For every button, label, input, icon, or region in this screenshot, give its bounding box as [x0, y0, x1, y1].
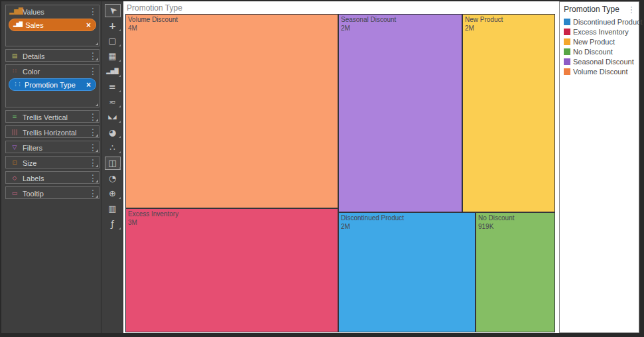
legend-item-label: No Discount [573, 48, 613, 56]
image-fx-icon: ƒ [111, 220, 114, 228]
tile-seasonal-discount[interactable]: Seasonal Discount2M [338, 14, 462, 212]
kebab-menu-icon[interactable]: ⋮ [89, 6, 97, 17]
tool-point-select[interactable]: + [101, 18, 123, 33]
section-trellis-horizontal[interactable]: |||Trellis Horizontal⋮ [5, 125, 99, 138]
legend-item-label: New Product [573, 38, 615, 46]
tool-scatter-chart[interactable]: ∴ [101, 140, 123, 155]
scatter-chart-icon: ∴ [109, 143, 115, 152]
chart-canvas: Promotion Type Volume Discount4MSeasonal… [123, 1, 559, 333]
close-icon[interactable]: × [86, 81, 91, 89]
tool-line-chart[interactable]: ≈ [101, 94, 123, 109]
section-values[interactable]: ▂▆█Values⋮▂▆█Sales× [5, 5, 99, 46]
tile-label: Seasonal Discount [341, 15, 462, 24]
size-icon: ⊡ [9, 160, 20, 166]
tile-label: Excess Inventory [128, 210, 338, 218]
legend-swatch [564, 29, 570, 35]
tool-grid[interactable]: ▦ [101, 48, 123, 64]
grid-icon: ▦ [108, 52, 116, 60]
point-select-icon: + [109, 21, 117, 31]
legend-item-label: Volume Discount [573, 68, 628, 76]
tool-pivot-grid[interactable]: ▥ [101, 201, 123, 216]
tile-new-product[interactable]: New Product2M [462, 14, 555, 212]
kebab-menu-icon[interactable]: ⋮ [89, 172, 97, 183]
trellis-vertical-icon: ≡ [9, 114, 20, 120]
legend-item[interactable]: Volume Discount [560, 66, 639, 76]
kebab-menu-icon[interactable]: ⋮ [89, 66, 97, 76]
section-labels[interactable]: ◇Labels⋮ [5, 171, 99, 184]
section-header: ▤Details⋮ [6, 50, 99, 62]
legend-swatch [564, 38, 570, 45]
kebab-menu-icon[interactable]: ⋮ [89, 127, 97, 137]
section-trellis-vertical[interactable]: ≡Trellis Vertical⋮ [5, 110, 99, 123]
legend-item[interactable]: Seasonal Discount [560, 56, 639, 66]
tool-gauge[interactable]: ◔ [101, 170, 123, 186]
section-color[interactable]: ∷Color⋮⋮⋮Promotion Type× [5, 64, 99, 107]
tile-discontinued-product[interactable]: Discontinued Product2M [338, 212, 476, 332]
marquee-select-icon: ▢ [108, 36, 116, 45]
kebab-menu-icon[interactable]: ⋮ [89, 111, 97, 122]
map-icon: ⊕ [109, 189, 116, 198]
app-window: ▂▆█Values⋮▂▆█Sales×▤Details⋮∷Color⋮⋮⋮Pro… [0, 0, 644, 337]
filter-funnel-icon: ▽ [9, 145, 20, 151]
legend-item-label: Discontinued Product [573, 18, 643, 26]
column-chart-icon: ▂▅█ [106, 69, 118, 74]
line-chart-icon: ≈ [109, 98, 116, 106]
section-label: Values [23, 8, 89, 16]
legend-items: Discontinued ProductExcess InventoryNew … [560, 17, 639, 76]
tool-area-chart[interactable]: ◣◢ [101, 109, 123, 125]
section-header: |||Trellis Horizontal⋮ [6, 126, 99, 138]
legend-item-label: Excess Inventory [573, 28, 629, 36]
legend-item[interactable]: No Discount [560, 46, 639, 56]
tile-label: Discontinued Product [341, 214, 475, 222]
section-filters[interactable]: ▽Filters⋮ [5, 141, 99, 153]
tool-marquee-select[interactable]: ▢ [101, 33, 123, 48]
tool-image-fx[interactable]: ƒ [101, 216, 123, 232]
kebab-menu-icon[interactable]: ⋮ [89, 50, 97, 61]
section-size[interactable]: ⊡Size⋮ [5, 156, 99, 168]
values-bars-icon: ▂▆█ [9, 9, 20, 15]
section-label: Filters [23, 144, 89, 152]
section-label: Trellis Vertical [23, 113, 89, 121]
tile-volume-discount[interactable]: Volume Discount4M [125, 14, 338, 208]
legend-panel: Promotion Type ⋮ Discontinued ProductExc… [559, 1, 639, 333]
field-chip[interactable]: ▂▆█Sales× [9, 19, 96, 31]
legend-item[interactable]: New Product [560, 36, 639, 46]
tile-excess-inventory[interactable]: Excess Inventory3M [125, 208, 338, 332]
tile-value: 2M [341, 24, 462, 33]
legend-item[interactable]: Discontinued Product [560, 17, 639, 27]
tool-treemap[interactable]: ◫ [101, 155, 123, 170]
drag-handle-icon: ⋮⋮ [13, 82, 21, 87]
pointer-icon: ➤ [106, 4, 118, 16]
kebab-menu-icon[interactable]: ⋮ [89, 157, 97, 168]
field-chip[interactable]: ⋮⋮Promotion Type× [9, 78, 96, 91]
tile-no-discount[interactable]: No Discount919K [476, 212, 555, 332]
section-label: Labels [23, 174, 89, 182]
section-tooltip[interactable]: ▭Tooltip⋮ [5, 186, 99, 199]
section-label: Color [23, 68, 89, 76]
tool-pointer[interactable]: ➤ [101, 3, 123, 18]
tool-column-chart[interactable]: ▂▅█ [101, 64, 123, 79]
gauge-icon: ◔ [109, 174, 116, 182]
kebab-menu-icon[interactable]: ⋮ [89, 188, 97, 198]
legend-title: Promotion Type [564, 5, 628, 14]
section-header: ▽Filters⋮ [6, 141, 99, 153]
widget-toolbar: ➤+▢▦▂▅█≡≈◣◢◕∴◫◔⊕▥ƒ [101, 1, 123, 333]
kebab-menu-icon[interactable]: ⋮ [628, 5, 635, 14]
section-header: ∷Color⋮ [6, 65, 99, 78]
tool-pie-chart[interactable]: ◕ [101, 125, 123, 140]
treemap: Volume Discount4MSeasonal Discount2MNew … [125, 14, 555, 332]
chip-bars-icon: ▂▆█ [13, 23, 22, 27]
section-details[interactable]: ▤Details⋮ [5, 49, 99, 62]
section-header: ▂▆█Values⋮ [6, 5, 99, 18]
tile-label: No Discount [478, 214, 554, 222]
legend-swatch [564, 58, 570, 65]
tool-map[interactable]: ⊕ [101, 186, 123, 201]
close-icon[interactable]: × [86, 21, 91, 29]
tool-bar-chart[interactable]: ≡ [101, 79, 123, 94]
tile-value: 3M [128, 218, 338, 227]
tile-label: New Product [465, 15, 554, 24]
kebab-menu-icon[interactable]: ⋮ [89, 142, 97, 153]
legend-item[interactable]: Excess Inventory [560, 27, 639, 36]
pivot-grid-icon: ▥ [108, 204, 116, 213]
section-header: ≡Trellis Vertical⋮ [6, 111, 99, 123]
